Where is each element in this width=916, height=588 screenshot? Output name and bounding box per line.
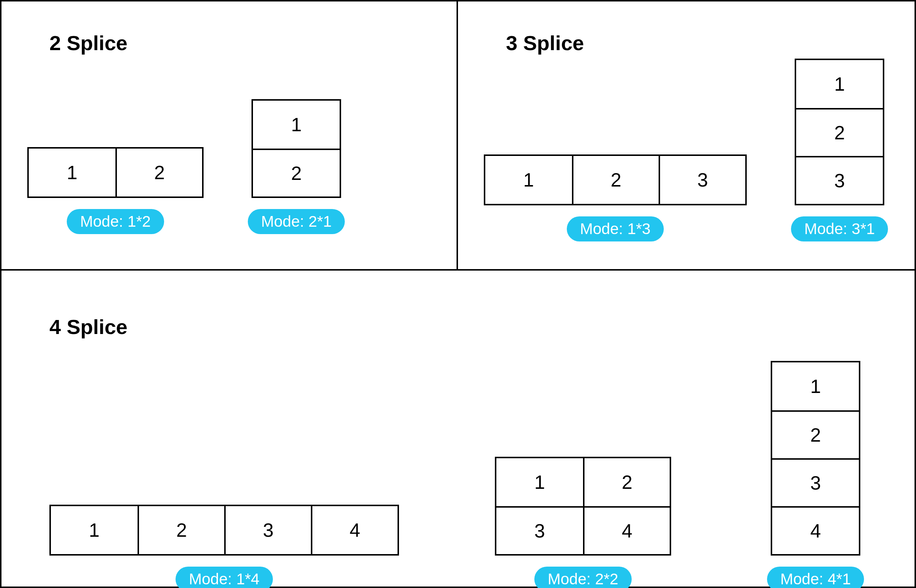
mode-badge-4x1: Mode: 4*1 — [767, 567, 864, 588]
cell: 1 — [485, 156, 572, 204]
cell: 2 — [572, 156, 659, 204]
grid-1x2: 1 2 — [27, 147, 204, 198]
cell: 1 — [51, 506, 137, 554]
cell: 2 — [796, 108, 883, 156]
panel-title-4-splice: 4 Splice — [49, 315, 889, 339]
group-mode-2x2: 1 2 3 4 Mode: 2*2 — [495, 457, 671, 588]
panel-title-2-splice: 2 Splice — [49, 31, 431, 55]
cell: 2 — [115, 149, 202, 197]
cell: 3 — [796, 156, 883, 204]
mode-badge-1x4: Mode: 1*4 — [176, 567, 273, 588]
cell: 2 — [583, 458, 670, 506]
grid-4x1: 1 2 3 4 — [771, 361, 860, 556]
grid-2x2: 1 2 3 4 — [495, 457, 671, 556]
group-mode-4x1: 1 2 3 4 Mode: 4*1 — [767, 361, 864, 588]
cell: 4 — [583, 506, 670, 554]
mode-badge-1x2: Mode: 1*2 — [67, 209, 164, 234]
panel-3-splice: 3 Splice 1 2 3 Mode: 1*3 1 2 3 Mode: 3*1 — [458, 2, 914, 271]
mode-badge-2x2: Mode: 2*2 — [534, 567, 631, 588]
grid-2x1: 1 2 — [252, 99, 341, 198]
groups-2-splice: 1 2 Mode: 1*2 1 2 Mode: 2*1 — [27, 99, 431, 234]
grid-1x3: 1 2 3 — [484, 155, 747, 205]
cell: 1 — [796, 60, 883, 108]
cell: 1 — [496, 458, 583, 506]
cell: 4 — [772, 506, 859, 554]
panel-4-splice: 4 Splice 1 2 3 4 Mode: 1*4 1 2 3 4 Mode: — [2, 271, 914, 588]
group-mode-2x1: 1 2 Mode: 2*1 — [248, 99, 345, 234]
cell: 3 — [659, 156, 745, 204]
cell: 2 — [772, 410, 859, 458]
cell: 1 — [253, 101, 339, 149]
grid-1x4: 1 2 3 4 — [49, 505, 399, 556]
mode-badge-2x1: Mode: 2*1 — [248, 209, 345, 234]
group-mode-3x1: 1 2 3 Mode: 3*1 — [791, 59, 888, 241]
panel-title-3-splice: 3 Splice — [506, 31, 889, 55]
groups-4-splice: 1 2 3 4 Mode: 1*4 1 2 3 4 Mode: 2*2 1 — [49, 361, 889, 588]
group-mode-1x4: 1 2 3 4 Mode: 1*4 — [49, 505, 399, 588]
panel-2-splice: 2 Splice 1 2 Mode: 1*2 1 2 Mode: 2*1 — [2, 2, 458, 271]
grid-3x1: 1 2 3 — [795, 59, 884, 205]
cell: 2 — [253, 149, 339, 197]
diagram-frame: 2 Splice 1 2 Mode: 1*2 1 2 Mode: 2*1 3 S… — [0, 0, 916, 588]
mode-badge-3x1: Mode: 3*1 — [791, 216, 888, 241]
cell: 1 — [29, 149, 115, 197]
cell: 2 — [137, 506, 224, 554]
cell: 4 — [311, 506, 397, 554]
mode-badge-1x3: Mode: 1*3 — [567, 216, 664, 241]
cell: 3 — [772, 458, 859, 506]
cell: 3 — [496, 506, 583, 554]
group-mode-1x2: 1 2 Mode: 1*2 — [27, 147, 204, 234]
cell: 3 — [224, 506, 311, 554]
cell: 1 — [772, 362, 859, 410]
group-mode-1x3: 1 2 3 Mode: 1*3 — [484, 155, 747, 241]
groups-3-splice: 1 2 3 Mode: 1*3 1 2 3 Mode: 3*1 — [484, 59, 889, 241]
